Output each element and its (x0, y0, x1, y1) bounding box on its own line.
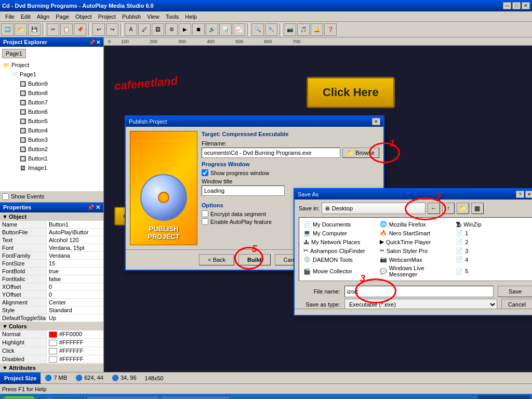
tree-project[interactable]: 📁 Project (2, 60, 101, 70)
taskbar-cd-yazma[interactable]: 🖥 CD YAZMA PROGRAM... (86, 396, 159, 399)
file-movie-collector[interactable]: 🎬Movie Collector (301, 264, 378, 278)
menu-view[interactable]: View (144, 12, 163, 21)
file-salon[interactable]: ✂Salon Styler Pro (378, 246, 454, 255)
saveas-up-btn[interactable]: ↑ (442, 203, 455, 214)
tree-button4[interactable]: 🔲Button4 (19, 126, 101, 135)
enable-autoplay-checkbox[interactable] (202, 218, 208, 225)
file-3[interactable]: 📄3 (454, 246, 530, 255)
toolbar-undo[interactable]: ↩ (92, 23, 105, 36)
props-colors-section[interactable]: ▼ Colors (0, 322, 103, 330)
publish-filename-input[interactable] (202, 148, 340, 158)
panel-close-button[interactable]: ✕ (96, 39, 100, 45)
file-5[interactable]: 📄5 4 (454, 264, 530, 278)
menu-help[interactable]: Help (182, 12, 200, 21)
menu-object[interactable]: Object (72, 12, 95, 21)
file-2[interactable]: 📄2 (454, 237, 530, 246)
tree-page1[interactable]: 📄 Page1 (10, 70, 101, 79)
file-network[interactable]: 🖧My Network Places (301, 237, 378, 246)
save-dialog-help[interactable]: ? (516, 191, 524, 198)
props-close-button[interactable]: ✕ (96, 204, 100, 211)
saveas-newfolder-btn[interactable]: 📁 (457, 203, 469, 214)
props-attributes-section[interactable]: ▼ Attributes (0, 364, 103, 372)
tree-button7[interactable]: 🔲Button7 (19, 98, 101, 107)
tree-button6[interactable]: 🔲Button6 (19, 107, 101, 116)
file-webcam[interactable]: 📷WebcamMax (378, 255, 454, 264)
saveas-back-btn[interactable]: ← (428, 203, 440, 214)
toolbar-save[interactable]: 💾 (28, 23, 41, 36)
start-button[interactable]: ⊞ start (2, 395, 36, 399)
window-title-input[interactable] (202, 185, 285, 196)
file-quicktime[interactable]: ▶QuickTime Player (378, 237, 454, 246)
page1-tab[interactable]: Page1 (2, 49, 26, 58)
toolbar-b1[interactable]: A (125, 23, 137, 36)
back-button[interactable]: < Back (199, 254, 234, 265)
toolbar-b3[interactable]: 🖼 (152, 23, 164, 36)
toolbar-redo[interactable]: ↪ (106, 23, 118, 36)
toolbar-b2[interactable]: 🖊 (138, 23, 151, 36)
menu-page[interactable]: Page (52, 12, 72, 21)
toolbar-paste[interactable]: 📌 (74, 23, 86, 36)
menu-publish[interactable]: Publish (119, 12, 144, 21)
tree-button3[interactable]: 🔲Button3 (19, 135, 101, 144)
close-button[interactable]: ✕ (522, 2, 530, 9)
tree-button8[interactable]: 🔲Button8 (19, 88, 101, 98)
saveas-view-btn[interactable]: ▦ (471, 203, 484, 214)
toolbar-b14[interactable]: ❓ (324, 23, 337, 36)
menu-edit[interactable]: Edit (18, 12, 34, 21)
tree-button5[interactable]: 🔲Button5 (19, 116, 101, 126)
click-here-label[interactable]: Click Here (307, 77, 395, 108)
click-here-btn-canvas[interactable]: Click Here (307, 77, 395, 108)
browse-button[interactable]: 📁 Browse (342, 148, 379, 158)
toolbar-b10[interactable]: 🔧 (265, 23, 277, 36)
props-pin-button[interactable]: 📌 (87, 204, 95, 211)
file-messenger[interactable]: 💬Windows Live Messenger (378, 264, 454, 278)
toolbar-new[interactable]: 🆕 (1, 23, 14, 36)
toolbar-b6[interactable]: ⏹ (192, 23, 205, 36)
desktop-btn[interactable]: 🖥 (68, 396, 79, 399)
ie-btn[interactable]: 🌐 (43, 396, 55, 399)
save-filename-input[interactable] (344, 286, 494, 297)
toolbar-b4[interactable]: ⚙ (165, 23, 178, 36)
menu-tools[interactable]: Tools (163, 12, 182, 21)
file-my-documents[interactable]: 📄My Documents (301, 220, 378, 229)
file-nero[interactable]: 🔥Nero StartSmart (378, 229, 454, 237)
firefox-btn[interactable]: 🦊 (56, 396, 67, 399)
toolbar-b7[interactable]: 🔊 (206, 23, 218, 36)
tree-button1[interactable]: 🔲Button1 (19, 154, 101, 163)
toolbar-b5[interactable]: ▶ (179, 23, 191, 36)
save-dialog-close[interactable]: ✕ (525, 191, 532, 198)
menu-project[interactable]: Project (95, 12, 119, 21)
toolbar-zoom[interactable]: 🔍 (251, 23, 264, 36)
taskbar-dvd-burning[interactable]: 📀 Cd - Dvd Burning Pro... (161, 396, 230, 399)
tree-button2[interactable]: 🔲Button2 (19, 144, 101, 154)
toolbar-b8[interactable]: 📊 (219, 23, 232, 36)
toolbar-b13[interactable]: 🔔 (311, 23, 323, 36)
toolbar-open[interactable]: 📂 (15, 23, 27, 36)
menu-file[interactable]: File (2, 12, 18, 21)
show-progress-checkbox[interactable] (202, 169, 208, 176)
encrypt-checkbox[interactable] (202, 210, 208, 217)
build-button[interactable]: Build (238, 254, 271, 265)
toolbar-copy[interactable]: 📋 (60, 23, 73, 36)
publish-dialog-close[interactable]: ✕ (372, 118, 380, 125)
file-4[interactable]: 📄4 (454, 255, 530, 264)
file-1[interactable]: 📄1 (454, 229, 530, 237)
props-object-section[interactable]: ▼ Object (0, 212, 103, 221)
tree-button9[interactable]: 🔲Button9 (19, 79, 101, 88)
toolbar-b9[interactable]: 📈 (233, 23, 245, 36)
panel-pin-button[interactable]: 📌 (89, 39, 95, 45)
save-button[interactable]: Save (498, 286, 532, 297)
tree-image1[interactable]: 🖼Image1 (19, 163, 101, 172)
file-my-computer[interactable]: 💻My Computer (301, 229, 378, 237)
toolbar-cut[interactable]: ✂ (47, 23, 59, 36)
maximize-button[interactable]: □ (512, 2, 521, 9)
show-events-checkbox[interactable] (2, 193, 9, 200)
menu-align[interactable]: Align (34, 12, 52, 21)
toolbar-b11[interactable]: 📷 (284, 23, 296, 36)
file-daemon[interactable]: 💿DAEMON Tools (301, 255, 378, 264)
file-winzip[interactable]: 🗜WinZip (454, 220, 530, 229)
file-ashampoo[interactable]: ✂Ashampoo ClipFinder (301, 246, 378, 255)
file-mozilla[interactable]: 🌐Mozilla Firefox (378, 220, 454, 229)
toolbar-b12[interactable]: 🎵 (297, 23, 310, 36)
minimize-button[interactable]: — (503, 2, 511, 9)
